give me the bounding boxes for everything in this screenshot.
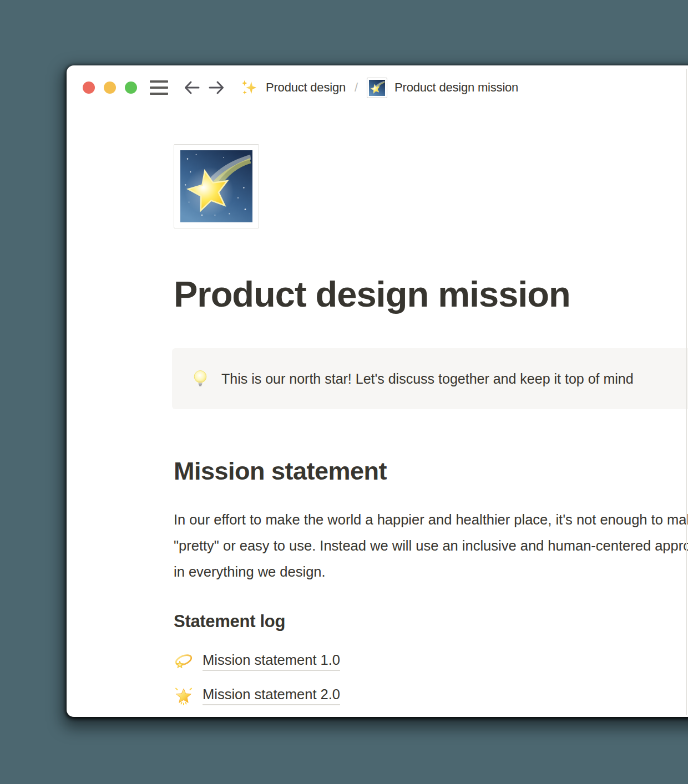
page-link-mission-statement-1[interactable]: Mission statement 1.0 <box>174 648 340 675</box>
shooting-star-image <box>180 150 253 222</box>
window-controls <box>83 82 137 94</box>
mission-paragraph[interactable]: In our effort to make the world a happie… <box>174 507 688 585</box>
hamburger-icon <box>150 80 168 95</box>
breadcrumb: Product design / <box>240 78 518 98</box>
close-window-button[interactable] <box>83 82 95 94</box>
breadcrumb-label-current: Product design mission <box>394 80 518 95</box>
sidebar-menu-button[interactable] <box>137 80 168 95</box>
page-icon[interactable] <box>174 144 259 228</box>
paragraph-line: in everything we design. <box>174 559 688 585</box>
app-window: Product design / <box>67 65 688 717</box>
light-bulb-icon <box>190 369 210 389</box>
paragraph-line: "pretty" or easy to use. Instead we will… <box>174 533 688 559</box>
forward-button[interactable] <box>207 78 226 97</box>
breadcrumb-divider: / <box>355 80 358 95</box>
minimize-window-button[interactable] <box>104 82 116 94</box>
arrow-left-icon <box>183 78 201 97</box>
statement-log-links: Mission statement 1.0 <box>174 648 688 709</box>
glowing-star-icon <box>174 686 194 706</box>
section-heading-mission-statement[interactable]: Mission statement <box>174 456 688 487</box>
window-topbar: Product design / <box>67 65 688 110</box>
arrow-right-icon <box>207 78 226 97</box>
page-link-label: Mission statement 2.0 <box>203 686 340 705</box>
maximize-window-button[interactable] <box>125 82 137 94</box>
breadcrumb-label-parent: Product design <box>266 80 346 95</box>
sparkles-icon <box>240 79 257 96</box>
section-heading-statement-log[interactable]: Statement log <box>174 610 688 633</box>
callout-text: This is our north star! Let's discuss to… <box>221 371 634 387</box>
breadcrumb-item-product-design[interactable]: Product design <box>240 79 346 96</box>
callout[interactable]: This is our north star! Let's discuss to… <box>172 348 688 409</box>
shooting-star-framed-icon <box>367 78 387 98</box>
page-link-label: Mission statement 1.0 <box>203 652 340 671</box>
dizzy-star-icon <box>174 651 194 671</box>
breadcrumb-item-product-design-mission[interactable]: Product design mission <box>367 78 518 98</box>
paragraph-line: In our effort to make the world a happie… <box>174 507 688 533</box>
scrollbar-track[interactable] <box>686 69 687 715</box>
page-link-mission-statement-2[interactable]: Mission statement 2.0 <box>174 683 340 709</box>
page-content: Product design mission This is our no <box>67 144 688 709</box>
back-button[interactable] <box>183 78 201 97</box>
desktop-background: Product design / <box>0 0 688 784</box>
page-title[interactable]: Product design mission <box>174 273 688 316</box>
